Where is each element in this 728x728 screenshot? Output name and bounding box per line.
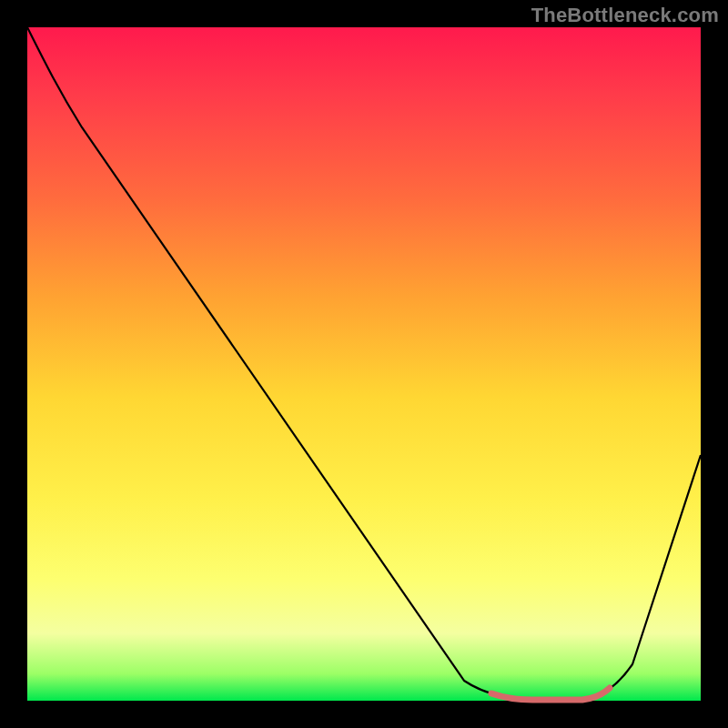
curve-layer (27, 27, 701, 701)
plot-area (27, 27, 701, 701)
chart-frame: TheBottleneck.com (0, 0, 728, 728)
watermark-text: TheBottleneck.com (531, 4, 719, 27)
highlight-segment (491, 688, 610, 700)
bottleneck-curve (27, 27, 701, 700)
